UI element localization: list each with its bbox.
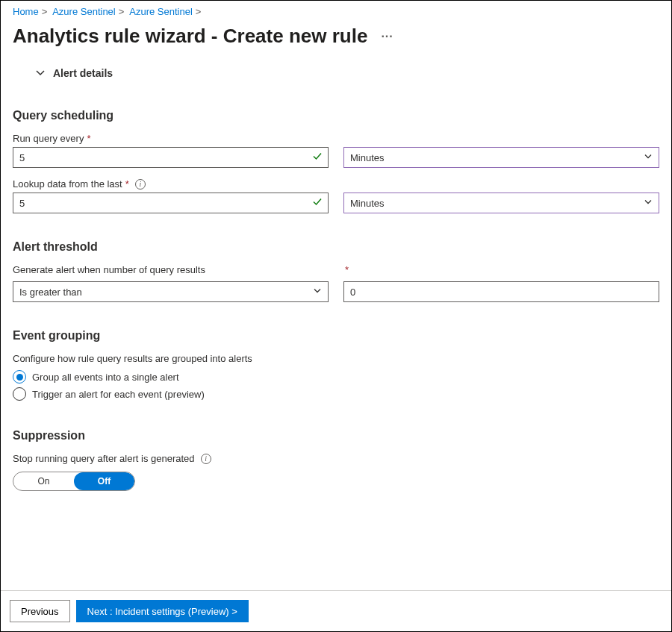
lookup-label: Lookup data from the last* i — [13, 178, 659, 190]
section-threshold-title: Alert threshold — [13, 240, 659, 254]
alert-details-label: Alert details — [53, 67, 113, 79]
threshold-value-input[interactable] — [343, 281, 659, 302]
page-title: Analytics rule wizard - Create new rule … — [13, 22, 659, 60]
previous-button[interactable]: Previous — [10, 600, 70, 622]
suppression-label: Stop running query after alert is genera… — [13, 453, 659, 464]
threshold-condition-label: Generate alert when number of query resu… — [13, 264, 329, 275]
chevron-down-icon — [35, 68, 46, 78]
wizard-footer: Previous Next : Incident settings (Previ… — [1, 590, 671, 631]
info-icon[interactable]: i — [201, 454, 211, 464]
info-icon[interactable]: i — [135, 179, 146, 190]
section-scheduling-title: Query scheduling — [13, 109, 659, 122]
breadcrumb: Home> Azure Sentinel> Azure Sentinel> — [13, 4, 659, 22]
alert-details-collapser[interactable]: Alert details — [13, 60, 659, 93]
run-every-label: Run query every* — [13, 133, 659, 144]
run-every-input[interactable] — [13, 147, 329, 168]
toggle-off[interactable]: Off — [74, 472, 134, 490]
chevron-down-icon — [644, 198, 653, 209]
breadcrumb-home[interactable]: Home — [13, 6, 39, 17]
grouping-option-single[interactable]: Group all events into a single alert — [13, 370, 659, 384]
grouping-option-each[interactable]: Trigger an alert for each event (preview… — [13, 387, 659, 401]
next-button[interactable]: Next : Incident settings (Preview) > — [76, 600, 249, 622]
grouping-description: Configure how rule query results are gro… — [13, 353, 659, 364]
section-suppression-title: Suppression — [13, 429, 659, 442]
lookup-input[interactable] — [13, 193, 329, 213]
toggle-on[interactable]: On — [13, 472, 74, 490]
threshold-operator-select[interactable]: Is greater than — [13, 281, 329, 302]
radio-icon — [13, 387, 26, 401]
run-every-unit-select[interactable]: Minutes — [343, 147, 659, 168]
chevron-down-icon — [313, 287, 322, 298]
breadcrumb-sentinel-1[interactable]: Azure Sentinel — [52, 6, 116, 17]
lookup-unit-select[interactable]: Minutes — [343, 193, 659, 213]
radio-icon — [13, 370, 26, 384]
section-grouping-title: Event grouping — [13, 329, 659, 342]
suppression-toggle[interactable]: On Off — [13, 472, 135, 491]
breadcrumb-sentinel-2[interactable]: Azure Sentinel — [129, 6, 193, 17]
more-icon[interactable]: ··· — [381, 30, 393, 43]
chevron-down-icon — [644, 152, 653, 163]
